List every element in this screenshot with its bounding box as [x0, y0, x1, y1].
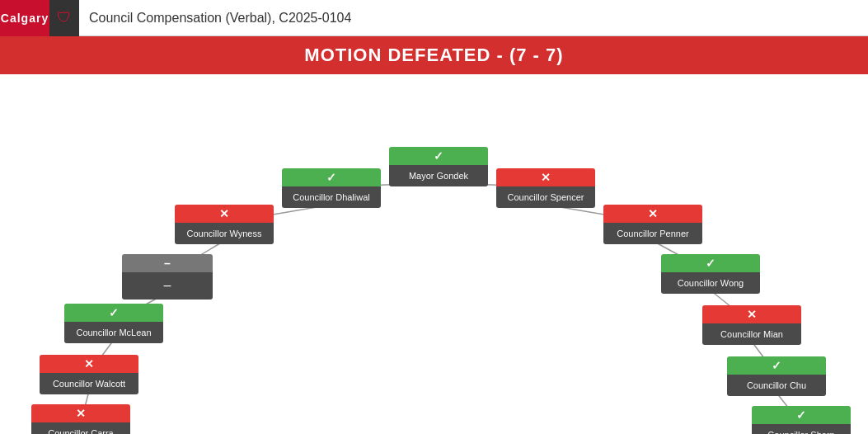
node-name-walcott: Councillor Walcott — [40, 373, 138, 394]
page-title: Council Compensation (Verbal), C2025-010… — [79, 11, 351, 26]
vote-bar-wyness: ✕ — [175, 205, 274, 223]
node-dhaliwal: ✓Councillor Dhaliwal — [282, 168, 381, 208]
node-wyness: ✕Councillor Wyness — [175, 205, 274, 244]
vote-bar-wong: ✓ — [661, 254, 760, 272]
motion-banner: MOTION DEFEATED - (7 - 7) — [0, 36, 868, 74]
node-name-wong: Councillor Wong — [661, 272, 760, 294]
vote-bar-dhaliwal: ✓ — [282, 168, 381, 186]
vote-bar-mian: ✕ — [702, 305, 801, 323]
vote-bar-spencer: ✕ — [496, 168, 595, 186]
node-name-mayor: Mayor Gondek — [389, 165, 488, 186]
vote-bar-walcott: ✕ — [40, 355, 138, 373]
node-chu: ✓Councillor Chu — [727, 356, 826, 396]
node-mayor: ✓Mayor Gondek — [389, 147, 488, 186]
node-walcott: ✕Councillor Walcott — [40, 355, 138, 394]
node-name-sharp: Councillor Sharp — [752, 424, 851, 434]
node-name-mclean: Councillor McLean — [64, 322, 163, 343]
node-name-carra: Councillor Carra — [31, 422, 130, 434]
vote-bar-chu: ✓ — [727, 356, 826, 375]
node-name-dhaliwal: Councillor Dhaliwal — [282, 186, 381, 208]
node-name-chu: Councillor Chu — [727, 375, 826, 396]
node-name-wyness: Councillor Wyness — [175, 223, 274, 244]
vote-bar-unknown: – — [122, 254, 213, 272]
vote-bar-sharp: ✓ — [752, 406, 851, 424]
vote-bar-mclean: ✓ — [64, 304, 163, 322]
node-sharp: ✓Councillor Sharp — [752, 406, 851, 434]
node-name-spencer: Councillor Spencer — [496, 186, 595, 208]
tree-area: ✓Mayor Gondek✓Councillor Dhaliwal✕Counci… — [0, 74, 868, 434]
node-mclean: ✓Councillor McLean — [64, 304, 163, 343]
node-name-mian: Councillor Mian — [702, 323, 801, 345]
node-wong: ✓Councillor Wong — [661, 254, 760, 294]
shield-icon: 🛡 — [49, 0, 79, 36]
vote-bar-penner: ✕ — [603, 205, 702, 223]
node-spencer: ✕Councillor Spencer — [496, 168, 595, 208]
vote-bar-mayor: ✓ — [389, 147, 488, 165]
node-name-penner: Councillor Penner — [603, 223, 702, 244]
calgary-logo: Calgary — [0, 0, 49, 36]
header: Calgary 🛡 Council Compensation (Verbal),… — [0, 0, 868, 36]
node-name-unknown: – — [122, 272, 213, 300]
vote-bar-carra: ✕ — [31, 404, 130, 422]
node-penner: ✕Councillor Penner — [603, 205, 702, 244]
node-unknown: –– — [122, 254, 213, 300]
node-mian: ✕Councillor Mian — [702, 305, 801, 345]
node-carra: ✕Councillor Carra — [31, 404, 130, 434]
